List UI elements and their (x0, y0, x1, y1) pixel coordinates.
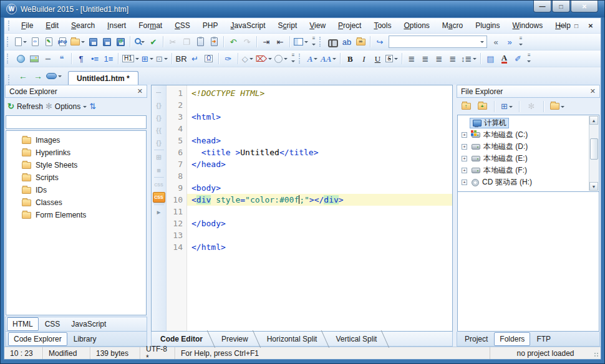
code-line[interactable]: <head> (187, 135, 452, 146)
line-number[interactable]: 7 (167, 158, 183, 170)
mdi-close-button[interactable]: ✕ (586, 22, 596, 29)
snippet-add-icon[interactable]: {} (153, 100, 165, 110)
editor-toolbar-grip[interactable]: ∙∙∙∙ (153, 87, 165, 98)
code-line[interactable] (187, 206, 452, 218)
underline-button[interactable]: U (370, 52, 384, 65)
tab-project[interactable]: Project (460, 333, 493, 345)
code-line[interactable] (187, 170, 452, 182)
menu-view[interactable]: View (303, 19, 332, 32)
snippet-remove-icon[interactable]: {} (153, 137, 165, 148)
new-document-button[interactable] (14, 35, 28, 49)
line-number[interactable]: 8 (167, 170, 183, 182)
menu-css[interactable]: CSS (168, 19, 196, 32)
parent-folder-button[interactable]: ↑ (459, 100, 473, 113)
find-in-files-button[interactable]: ∞ (354, 35, 367, 49)
tab-code-explorer[interactable]: Code Explorer (8, 332, 67, 346)
insert-link-button[interactable] (14, 52, 27, 65)
code-line[interactable]: <body> (187, 182, 452, 194)
justify-button[interactable]: ≣ (446, 52, 460, 65)
line-number[interactable]: 13 (167, 229, 183, 241)
file-list[interactable] (457, 192, 599, 332)
menu-windows[interactable]: Windows (506, 19, 549, 32)
collapse-panel-handle[interactable]: ▶ (153, 207, 165, 218)
explorer-settings-button[interactable]: ✻ (525, 100, 538, 113)
drive-item[interactable]: 计算机 (460, 117, 588, 129)
insert-table-button[interactable]: ⊞ (140, 52, 155, 65)
tab-horizontal-split[interactable]: Horizontal Split (261, 332, 330, 346)
view-mode-button[interactable]: ⊞ (500, 100, 514, 113)
drive-item[interactable]: +本地磁盘 (D:) (460, 141, 588, 153)
tab-html[interactable]: HTML (7, 317, 39, 331)
css-check-icon[interactable]: CSS (153, 180, 165, 190)
replace-button[interactable]: ab (340, 35, 354, 49)
file-explorer-close-icon[interactable]: ✕ (590, 87, 596, 95)
menu-tools[interactable]: Tools (367, 19, 397, 32)
code-line[interactable]: <title >Untitled</title> (187, 146, 452, 158)
html-overflow-button[interactable]: ≡ (289, 52, 298, 65)
highlight-color-button[interactable]: ✐ (511, 52, 525, 65)
tree-item[interactable]: IDs (6, 184, 146, 196)
menu-edit[interactable]: Edit (39, 19, 65, 32)
find-previous-button[interactable]: « (489, 35, 503, 49)
menu-format[interactable]: Format (132, 19, 168, 32)
format-dialog-button[interactable]: ▤ (483, 52, 497, 65)
tab-library[interactable]: Library (69, 333, 102, 345)
code-pane[interactable]: <!DOCTYPE HTML><html><head> <title >Unti… (187, 85, 452, 331)
line-number[interactable]: 11 (167, 206, 183, 218)
menu-search[interactable]: Search (65, 19, 101, 32)
drive-item[interactable]: +本地磁盘 (E:) (460, 153, 588, 165)
line-number[interactable]: 4 (167, 123, 183, 135)
line-number[interactable]: 1 (167, 87, 183, 99)
line-number[interactable]: 3 (167, 111, 183, 123)
close-button[interactable]: ✕ (571, 1, 598, 12)
line-number[interactable]: 5 (167, 135, 183, 146)
redo-button[interactable]: ↷ (240, 35, 254, 49)
font-face-button[interactable]: A (306, 52, 319, 65)
tab-ftp[interactable]: FTP (531, 333, 556, 345)
expand-plus-icon[interactable]: + (462, 132, 467, 138)
italic-button[interactable]: I (357, 52, 370, 65)
find-next-button[interactable]: » (503, 35, 516, 49)
search-button[interactable] (133, 35, 147, 49)
edit-document-button[interactable]: ✎ (42, 35, 56, 49)
line-number[interactable]: 6 (167, 146, 183, 158)
menu-script[interactable]: Script (272, 19, 304, 32)
code-line[interactable] (187, 123, 452, 135)
tree-item[interactable]: Images (6, 134, 146, 146)
color-picker-button[interactable] (273, 52, 289, 65)
code-cleanup-button[interactable]: ⌦ (254, 52, 273, 65)
menu-php[interactable]: PHP (196, 19, 225, 32)
find-button[interactable] (326, 35, 340, 49)
line-number[interactable]: 2 (167, 99, 183, 111)
tree-item[interactable]: Classes (6, 196, 146, 209)
code-line[interactable]: <!DOCTYPE HTML> (187, 87, 452, 99)
sort-button[interactable]: ⇅ (89, 102, 96, 111)
maximize-button[interactable]: □ (552, 1, 570, 12)
tree-item[interactable]: Style Sheets (6, 159, 146, 171)
save-button[interactable] (86, 35, 100, 49)
expand-plus-icon[interactable]: + (462, 180, 467, 185)
bold-button[interactable]: B (343, 52, 357, 65)
tab-javascript[interactable]: JavaScript (66, 318, 111, 330)
expand-region-icon[interactable]: ⊞ (153, 152, 165, 163)
line-spacing-button[interactable]: ↕≣ (460, 52, 478, 65)
indent-button[interactable]: ⇥ (259, 35, 273, 49)
nav-forward-button[interactable]: → (31, 69, 45, 84)
block-select-icon[interactable]: ■ (153, 165, 165, 175)
insert-unordered-list-button[interactable]: •≡ (88, 52, 102, 65)
browser-preview-button[interactable] (46, 69, 62, 84)
line-number[interactable]: 14 (167, 241, 183, 253)
undo-button[interactable]: ↶ (226, 35, 240, 49)
insert-form-button[interactable]: ⊡ (155, 52, 169, 65)
code-line[interactable] (187, 99, 452, 111)
mdi-restore-button[interactable]: □ (571, 22, 581, 29)
copy-button[interactable]: ❐ (180, 35, 193, 49)
scroll-thumb[interactable] (590, 138, 598, 160)
insert-tag-button[interactable]: ◇ (241, 52, 254, 65)
document-tab[interactable]: Untitled1.htm * (68, 71, 138, 85)
insert-comment-button[interactable]: ❝ (55, 52, 69, 65)
open-file-button[interactable] (69, 35, 86, 49)
insert-heading-button[interactable]: H1 (121, 52, 140, 65)
split-view-button[interactable] (293, 35, 309, 49)
new-folder-button[interactable]: + (475, 100, 489, 113)
